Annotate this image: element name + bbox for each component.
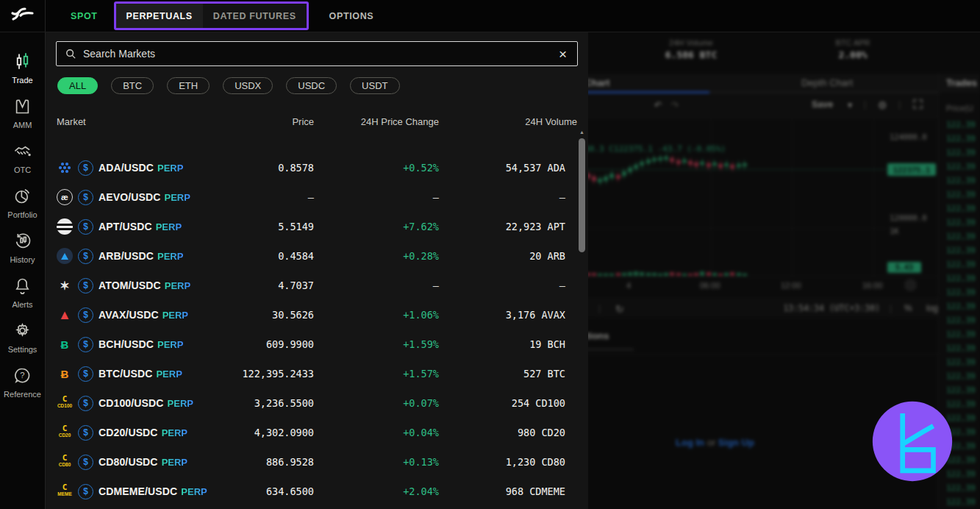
scroll-up-arrow[interactable]: ▲ — [578, 129, 586, 135]
market-row-cd20[interactable]: CCD20$CD20/USDCPERP4,302.0900+0.04%980 C… — [46, 418, 588, 447]
sidebar-item-history[interactable]: History — [0, 231, 45, 264]
scrollbar-thumb[interactable] — [579, 138, 585, 252]
sidebar-item-portfolio[interactable]: Portfolio — [0, 186, 45, 219]
col-market: Market — [57, 116, 233, 127]
volume-cell: – — [439, 280, 577, 291]
market-row-cdmeme[interactable]: CMEME$CDMEME/USDCPERP634.6500+2.04%968 C… — [46, 477, 588, 506]
help-bubble-icon: ? — [12, 366, 32, 385]
search-input[interactable] — [83, 48, 557, 60]
market-pair: BCH/USDC — [99, 338, 154, 350]
market-row-bch[interactable]: Ƀ$BCH/USDCPERP609.9900+1.59%19 BCH — [46, 330, 588, 359]
market-row-cd80[interactable]: CCD80$CD80/USDCPERP886.9528+0.13%1,230 C… — [46, 447, 588, 477]
trade-row: 122,39 — [946, 330, 980, 344]
perp-badge: PERP — [165, 192, 190, 203]
undo-icon: ↶ — [654, 99, 662, 110]
sidebar-item-trade[interactable]: Trade — [0, 51, 45, 85]
apt-coin-icon — [57, 218, 73, 235]
price-cell: 122,395.2433 — [233, 368, 314, 380]
trade-row: 122,39 — [946, 246, 980, 260]
svg-text:?: ? — [20, 371, 24, 380]
col-change: 24H Price Change — [314, 116, 439, 127]
market-pair: ADA/USDC — [99, 162, 154, 174]
market-row-chz[interactable]: $CHZ/USDCPERP0.0398–– — [46, 506, 588, 509]
perp-badge: PERP — [165, 280, 190, 291]
trade-row: 122,39 — [946, 371, 980, 385]
filter-chip-eth[interactable]: ETH — [167, 77, 210, 94]
search-bar: × — [56, 41, 578, 66]
market-pair: CD80/USDC — [99, 456, 158, 468]
handshake-icon — [12, 141, 32, 161]
tab-options[interactable]: OPTIONS — [319, 0, 385, 32]
close-icon[interactable]: × — [557, 47, 568, 61]
tab-spot[interactable]: SPOT — [60, 0, 108, 32]
sidebar-item-label: Reference — [4, 390, 41, 399]
change-cell: +0.04% — [314, 427, 439, 438]
floating-brand-widget[interactable] — [870, 399, 954, 483]
cd-coin-icon: CCD20 — [57, 424, 73, 441]
market-pair: CDMEME/USDC — [99, 485, 177, 497]
volume-cell: 527 BTC — [439, 368, 577, 380]
market-row-ada[interactable]: $ADA/USDCPERP0.8578+0.52%54,537 ADA — [46, 153, 588, 182]
trade-row: 122,39 — [946, 120, 980, 134]
change-cell: +1.59% — [314, 338, 439, 350]
trade-row: 122,39 — [946, 148, 980, 162]
usdc-coin-icon: $ — [78, 278, 93, 293]
tab-perpetuals[interactable]: PERPETUALS — [116, 4, 203, 28]
market-row-avax[interactable]: ▲$AVAX/USDCPERP30.5626+1.06%3,176 AVAX — [46, 300, 588, 330]
price-cell: 30.5626 — [233, 309, 314, 321]
trades-price-column: Price(U — [939, 93, 980, 113]
filter-chip-btc[interactable]: BTC — [111, 77, 154, 94]
perp-badge: PERP — [157, 163, 183, 174]
market-row-btc[interactable]: Ƀ$BTC/USDCPERP122,395.2433+1.57%527 BTC — [46, 359, 588, 388]
avax-coin-icon: ▲ — [57, 307, 73, 323]
app-logo[interactable] — [0, 0, 46, 32]
usdc-coin-icon: $ — [78, 396, 93, 411]
left-sidebar: Trade AMM OTC Portfolio History Alerts S… — [0, 32, 46, 509]
clock: 13:54:34 (UTC+3:30) — [726, 303, 880, 313]
change-cell: +0.28% — [314, 250, 439, 262]
scale-log: log — [926, 303, 938, 313]
filter-chip-usdx[interactable]: USDX — [223, 77, 273, 94]
market-row-arb[interactable]: $ARB/USDCPERP0.4584+0.28%20 ARB — [46, 241, 588, 271]
change-cell: +0.07% — [314, 397, 439, 409]
usdc-coin-icon: $ — [78, 307, 93, 323]
ada-coin-icon — [57, 160, 73, 176]
trade-row: 122,39 — [946, 497, 980, 509]
change-cell: – — [314, 191, 439, 203]
price-cell: 3,236.5500 — [233, 397, 314, 409]
candlestick-icon — [12, 51, 32, 71]
top-bar: SPOT PERPETUALS DATED FUTURES OPTIONS — [0, 0, 980, 32]
sidebar-item-reference[interactable]: ? Reference — [0, 366, 45, 399]
bch-coin-icon: Ƀ — [57, 336, 73, 352]
bell-icon — [12, 276, 32, 296]
brand-logo-icon — [870, 399, 954, 483]
change-cell: +0.52% — [314, 162, 439, 174]
price-cell: 0.4584 — [233, 250, 314, 262]
filter-chip-all[interactable]: ALL — [57, 77, 98, 94]
sidebar-item-alerts[interactable]: Alerts — [0, 276, 45, 309]
market-row-cd100[interactable]: CCD100$CD100/USDCPERP3,236.5500+0.07%254… — [46, 388, 588, 418]
market-row-aevo[interactable]: æ$AEVO/USDCPERP––– — [46, 182, 588, 212]
market-row-apt[interactable]: $APT/USDCPERP5.5149+7.62%22,923 APT — [46, 212, 588, 241]
volume-cell: 968 CDMEME — [439, 485, 577, 497]
market-pair: CD20/USDC — [99, 427, 158, 438]
price-cell: 634.6500 — [233, 485, 314, 497]
filter-chip-usdt[interactable]: USDT — [350, 77, 399, 94]
tab-dated-futures[interactable]: DATED FUTURES — [203, 4, 307, 28]
tab-depth-chart: Depth Chart — [779, 77, 875, 88]
redo-icon: ↷ — [671, 99, 679, 110]
perp-badge: PERP — [162, 310, 188, 321]
usdc-coin-icon: $ — [78, 455, 93, 470]
sidebar-item-label: History — [10, 255, 35, 264]
sidebar-item-otc[interactable]: OTC — [0, 141, 45, 174]
market-row-atom[interactable]: ✶$ATOM/USDCPERP4.7037–– — [46, 271, 588, 300]
trade-row: 122,39 — [946, 190, 980, 204]
perp-badge: PERP — [162, 427, 187, 438]
stat-24h-volume: 24H Volume 6.586 BTC — [647, 38, 735, 60]
sidebar-item-amm[interactable]: AMM — [0, 96, 45, 129]
market-pair: AVAX/USDC — [99, 309, 159, 321]
perp-badge: PERP — [156, 369, 182, 380]
table-header: Market Price 24H Price Change 24H Volume — [46, 112, 588, 131]
sidebar-item-settings[interactable]: Settings — [0, 321, 45, 354]
filter-chip-usdc[interactable]: USDC — [286, 77, 337, 94]
